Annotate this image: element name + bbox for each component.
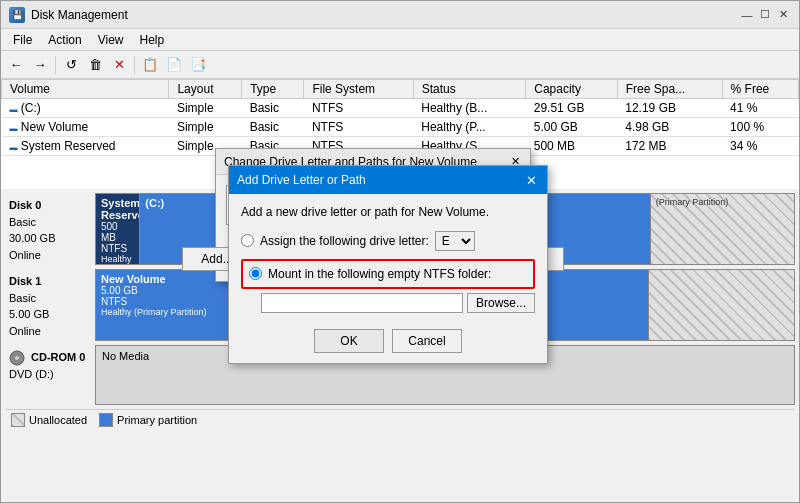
add-drive-close-btn[interactable]: ✕ (523, 172, 539, 188)
add-drive-buttons: OK Cancel (229, 323, 547, 363)
col-free: Free Spa... (617, 80, 722, 99)
partition-size: 500 MB (101, 221, 134, 243)
toolbar-back[interactable]: ← (5, 54, 27, 76)
mount-section: Mount in the following empty NTFS folder… (241, 259, 535, 313)
legend-primary-label: Primary partition (117, 414, 197, 426)
browse-btn[interactable]: Browse... (467, 293, 535, 313)
cell-status: Healthy (B... (413, 99, 526, 118)
toolbar-paste[interactable]: 📄 (163, 54, 185, 76)
cell-pct: 34 % (722, 137, 798, 156)
disk1-label: Disk 1 Basic 5.00 GB Online (5, 269, 95, 341)
vol-icon (10, 143, 18, 152)
cell-fs: NTFS (304, 99, 413, 118)
cdrom-label: CD-ROM 0 DVD (D:) (5, 345, 95, 405)
col-fs: File System (304, 80, 413, 99)
toolbar-refresh[interactable]: ↺ (60, 54, 82, 76)
title-bar: 💾 Disk Management — ☐ ✕ (1, 1, 799, 29)
legend-unallocated-box (11, 413, 25, 427)
disk0-name: Disk 0 (9, 197, 91, 214)
svg-point-1 (15, 356, 19, 360)
mount-path-input[interactable] (261, 293, 463, 313)
cell-pct: 41 % (722, 99, 798, 118)
cell-layout: Simple (169, 118, 242, 137)
disk1-size: 5.00 GB (9, 308, 49, 320)
toolbar-delete[interactable]: 🗑 (84, 54, 106, 76)
legend-unallocated: Unallocated (11, 413, 87, 427)
cdrom-name: CD-ROM 0 (9, 351, 85, 363)
toolbar-copy[interactable]: 📋 (139, 54, 161, 76)
cell-free: 4.98 GB (617, 118, 722, 137)
cell-fs: NTFS (304, 118, 413, 137)
cell-layout: Simple (169, 99, 242, 118)
toolbar-sep-1 (55, 56, 56, 74)
assign-letter-radio[interactable] (241, 234, 254, 247)
disk0-partition-unalloc[interactable]: (Primary Partition) (651, 194, 794, 264)
partition-status: (Primary Partition) (656, 197, 789, 207)
cell-capacity: 29.51 GB (526, 99, 618, 118)
disk0-partition-sysreserved[interactable]: System Reserved 500 MB NTFS Healthy (Sys… (96, 194, 140, 264)
toolbar-cancel[interactable]: ✕ (108, 54, 130, 76)
toolbar-sep-2 (134, 56, 135, 74)
minimize-button[interactable]: — (739, 7, 755, 23)
menu-view[interactable]: View (90, 31, 132, 49)
cell-type: Basic (242, 118, 304, 137)
close-button[interactable]: ✕ (775, 7, 791, 23)
mount-input-row: Browse... (241, 293, 535, 313)
menu-file[interactable]: File (5, 31, 40, 49)
disk1-status: Online (9, 325, 41, 337)
table-row[interactable]: (C:) Simple Basic NTFS Healthy (B... 29.… (2, 99, 799, 118)
partition-name: System Reserved (101, 197, 134, 221)
cell-volume: System Reserved (2, 137, 169, 156)
col-volume: Volume (2, 80, 169, 99)
menu-bar: File Action View Help (1, 29, 799, 51)
add-drive-dialog: Add Drive Letter or Path ✕ Add a new dri… (228, 165, 548, 364)
toolbar-properties[interactable]: 📑 (187, 54, 209, 76)
add-drive-titlebar: Add Drive Letter or Path ✕ (229, 166, 547, 194)
cell-capacity: 500 MB (526, 137, 618, 156)
col-layout: Layout (169, 80, 242, 99)
assign-letter-label: Assign the following drive letter: (260, 234, 429, 248)
add-drive-desc: Add a new drive letter or path for New V… (241, 204, 535, 221)
table-row[interactable]: New Volume Simple Basic NTFS Healthy (P.… (2, 118, 799, 137)
cell-free: 12.19 GB (617, 99, 722, 118)
mount-radio-row: Mount in the following empty NTFS folder… (241, 259, 535, 289)
disk0-size: 30.00 GB (9, 232, 55, 244)
cell-type: Basic (242, 99, 304, 118)
menu-help[interactable]: Help (132, 31, 173, 49)
disk1-name: Disk 1 (9, 273, 91, 290)
cell-pct: 100 % (722, 118, 798, 137)
legend: Unallocated Primary partition (5, 409, 795, 430)
mount-radio[interactable] (249, 267, 262, 280)
disk1-type: Basic (9, 292, 36, 304)
legend-primary-box (99, 413, 113, 427)
cell-free: 172 MB (617, 137, 722, 156)
mount-label: Mount in the following empty NTFS folder… (268, 267, 491, 281)
title-bar-left: 💾 Disk Management (9, 7, 128, 23)
cell-volume: (C:) (2, 99, 169, 118)
drive-letter-select[interactable]: E F G (435, 231, 475, 251)
volume-table: Volume Layout Type File System Status Ca… (1, 79, 799, 156)
menu-action[interactable]: Action (40, 31, 89, 49)
cdrom-type: DVD (D:) (9, 368, 54, 380)
toolbar-forward[interactable]: → (29, 54, 51, 76)
vol-icon (10, 105, 18, 114)
assign-letter-row: Assign the following drive letter: E F G (241, 231, 535, 251)
disk1-partition-unalloc[interactable] (649, 270, 794, 340)
legend-unallocated-label: Unallocated (29, 414, 87, 426)
add-drive-ok-btn[interactable]: OK (314, 329, 384, 353)
cell-capacity: 5.00 GB (526, 118, 618, 137)
col-type: Type (242, 80, 304, 99)
vol-icon (10, 124, 18, 133)
app-icon: 💾 (9, 7, 25, 23)
cell-status: Healthy (P... (413, 118, 526, 137)
disk0-status: Online (9, 249, 41, 261)
toolbar: ← → ↺ 🗑 ✕ 📋 📄 📑 (1, 51, 799, 79)
partition-status: Healthy (System, Active, P (101, 254, 134, 264)
window-title: Disk Management (31, 8, 128, 22)
cell-volume: New Volume (2, 118, 169, 137)
col-capacity: Capacity (526, 80, 618, 99)
maximize-button[interactable]: ☐ (757, 7, 773, 23)
disk0-type: Basic (9, 216, 36, 228)
add-drive-cancel-btn[interactable]: Cancel (392, 329, 462, 353)
col-pct: % Free (722, 80, 798, 99)
